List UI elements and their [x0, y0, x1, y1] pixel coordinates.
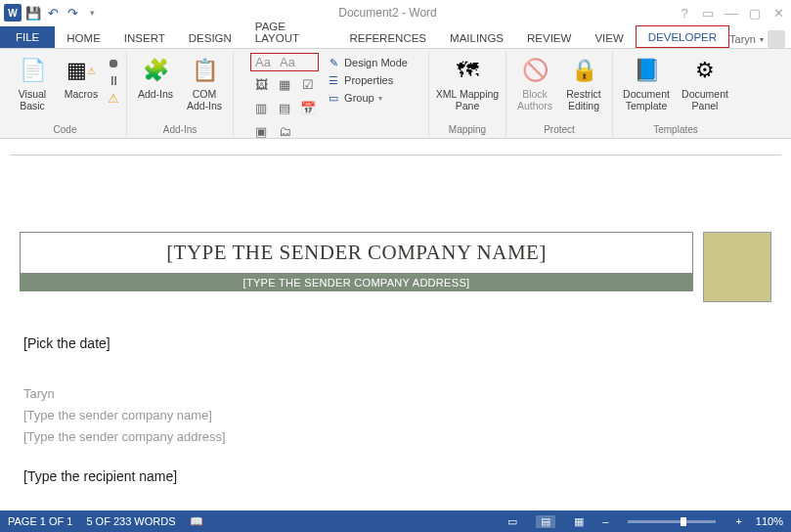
minimize-icon[interactable]: —: [723, 6, 740, 21]
account-user[interactable]: Taryn ▾: [729, 30, 785, 48]
group-button[interactable]: ▭Group▾: [323, 90, 412, 106]
block-authors-icon: 🚫: [519, 55, 550, 86]
word-count[interactable]: 5 OF 233 WORDS: [86, 515, 175, 527]
sender-name-field[interactable]: Taryn: [23, 384, 768, 404]
window-controls: ? ▭ — ▢ ✕: [676, 6, 787, 21]
document-template-button[interactable]: 📘 Document Template: [619, 53, 674, 111]
save-icon[interactable]: 💾: [25, 5, 41, 21]
word-app-icon: W: [4, 4, 22, 22]
xml-mapping-icon: 🗺: [452, 55, 483, 86]
sender-company-line[interactable]: [Type the sender company name]: [23, 406, 768, 425]
logo-placeholder[interactable]: [703, 232, 771, 302]
tab-insert[interactable]: INSERT: [112, 27, 177, 48]
datepicker-control-icon[interactable]: 📅: [297, 97, 319, 118]
dropdown-control-icon[interactable]: ▤: [274, 97, 295, 118]
recipient-name-field[interactable]: [Type the recipient name]: [23, 466, 768, 488]
visual-basic-button[interactable]: 📄 Visual Basic: [10, 53, 55, 111]
plain-text-control-icon[interactable]: Aa: [277, 53, 298, 71]
read-mode-icon[interactable]: ▭: [503, 515, 522, 528]
redo-icon[interactable]: ↷: [65, 5, 80, 21]
help-icon[interactable]: ?: [676, 6, 693, 21]
tab-page-layout[interactable]: PAGE LAYOUT: [243, 16, 338, 48]
group-addins: 🧩 Add-Ins 📋 COM Add-Ins Add-Ins: [127, 51, 234, 138]
proofing-icon[interactable]: 📖: [190, 515, 203, 528]
tab-design[interactable]: DESIGN: [177, 27, 243, 48]
controls-gallery: Aa Aa 🖼 ▦ ☑ ▥ ▤ 📅 ▣ 🗂: [250, 53, 319, 142]
macros-button[interactable]: ▦⚠ Macros: [59, 53, 104, 100]
maximize-icon[interactable]: ▢: [746, 6, 764, 21]
chevron-down-icon: ▾: [378, 94, 382, 103]
qat-dropdown-icon[interactable]: ▾: [84, 5, 100, 21]
addins-button[interactable]: 🧩 Add-Ins: [133, 53, 178, 100]
close-icon[interactable]: ✕: [769, 6, 787, 21]
checkbox-control-icon[interactable]: ☑: [297, 73, 319, 95]
title-bar: W 💾 ↶ ↷ ▾ Document2 - Word ? ▭ — ▢ ✕: [0, 0, 791, 25]
com-addins-button[interactable]: 📋 COM Add-Ins: [182, 53, 227, 111]
addins-icon: 🧩: [140, 55, 171, 86]
group-code: 📄 Visual Basic ▦⚠ Macros ⏺ ⏸ ⚠ Code: [4, 51, 127, 138]
group-mapping: 🗺 XML Mapping Pane Mapping: [429, 51, 506, 138]
document-panel-icon: ⚙: [689, 55, 721, 86]
text-controls-highlight: Aa Aa: [250, 53, 319, 71]
zoom-out-icon[interactable]: –: [602, 515, 608, 527]
design-mode-button[interactable]: ✎Design Mode: [323, 55, 412, 70]
avatar: [768, 30, 785, 48]
visual-basic-icon: 📄: [17, 55, 48, 86]
ribbon: 📄 Visual Basic ▦⚠ Macros ⏺ ⏸ ⚠ Code 🧩 Ad…: [0, 49, 791, 139]
ribbon-options-icon[interactable]: ▭: [699, 6, 717, 21]
xml-mapping-button[interactable]: 🗺 XML Mapping Pane: [435, 53, 500, 111]
block-authors-button[interactable]: 🚫 Block Authors: [512, 53, 557, 111]
tab-developer[interactable]: DEVELOPER: [636, 25, 729, 48]
window-title: Document2 - Word: [100, 6, 676, 20]
macros-icon: ▦⚠: [66, 55, 97, 86]
properties-icon: ☰: [327, 73, 340, 87]
document-template-icon: 📘: [631, 55, 662, 86]
document-panel-button[interactable]: ⚙ Document Panel: [678, 53, 732, 111]
properties-button[interactable]: ☰Properties: [323, 72, 412, 88]
date-field[interactable]: [Pick the date]: [23, 333, 768, 355]
tab-review[interactable]: REVIEW: [515, 27, 583, 48]
chevron-down-icon: ▾: [760, 35, 764, 44]
group-templates: 📘 Document Template ⚙ Document Panel Tem…: [613, 51, 738, 138]
quick-access-toolbar: W 💾 ↶ ↷ ▾: [4, 4, 100, 22]
ribbon-tabs: FILE HOME INSERT DESIGN PAGE LAYOUT REFE…: [0, 25, 791, 49]
tab-references[interactable]: REFERENCES: [337, 27, 438, 48]
controls-options: ✎Design Mode ☰Properties ▭Group▾: [323, 53, 412, 106]
group-controls: Aa Aa 🖼 ▦ ☑ ▥ ▤ 📅 ▣ 🗂 ✎Design Mode ☰Pro: [234, 51, 429, 138]
tab-file[interactable]: FILE: [0, 26, 55, 48]
tab-home[interactable]: HOME: [55, 27, 112, 48]
tab-mailings[interactable]: MAILINGS: [438, 27, 515, 48]
zoom-level[interactable]: 110%: [756, 515, 783, 527]
page-indicator[interactable]: PAGE 1 OF 1: [8, 515, 72, 527]
web-layout-icon[interactable]: ▦: [569, 515, 589, 528]
restrict-editing-button[interactable]: 🔒 Restrict Editing: [561, 53, 606, 111]
restrict-editing-icon: 🔒: [568, 55, 599, 86]
document-page: [TYPE THE SENDER COMPANY NAME] [TYPE THE…: [10, 155, 781, 488]
undo-icon[interactable]: ↶: [45, 5, 61, 21]
building-block-control-icon[interactable]: ▦: [274, 73, 295, 95]
rich-text-control-icon[interactable]: Aa: [252, 53, 274, 71]
com-addins-icon: 📋: [189, 55, 220, 86]
pause-macro-icon[interactable]: ⏸: [108, 73, 120, 88]
zoom-in-icon[interactable]: +: [735, 515, 741, 527]
design-mode-icon: ✎: [327, 56, 340, 69]
combobox-control-icon[interactable]: ▥: [250, 97, 272, 118]
record-macro-icon[interactable]: ⏺: [108, 56, 120, 70]
sender-address-line[interactable]: [Type the sender company address]: [23, 427, 768, 447]
account-user-name: Taryn: [729, 33, 756, 45]
macro-security-icon[interactable]: ⚠: [108, 91, 120, 106]
sender-company-address-field[interactable]: [TYPE THE SENDER COMPANY ADDRESS]: [20, 274, 693, 291]
group-icon: ▭: [327, 91, 340, 105]
picture-control-icon[interactable]: 🖼: [250, 73, 272, 95]
tab-view[interactable]: VIEW: [583, 27, 635, 48]
group-protect: 🚫 Block Authors 🔒 Restrict Editing Prote…: [506, 51, 613, 138]
sender-company-name-field[interactable]: [TYPE THE SENDER COMPANY NAME]: [20, 232, 693, 274]
document-area[interactable]: [TYPE THE SENDER COMPANY NAME] [TYPE THE…: [0, 139, 791, 510]
status-bar: PAGE 1 OF 1 5 OF 233 WORDS 📖 ▭ ▤ ▦ – + 1…: [0, 510, 791, 532]
zoom-slider[interactable]: [628, 520, 716, 523]
print-layout-icon[interactable]: ▤: [536, 515, 555, 528]
